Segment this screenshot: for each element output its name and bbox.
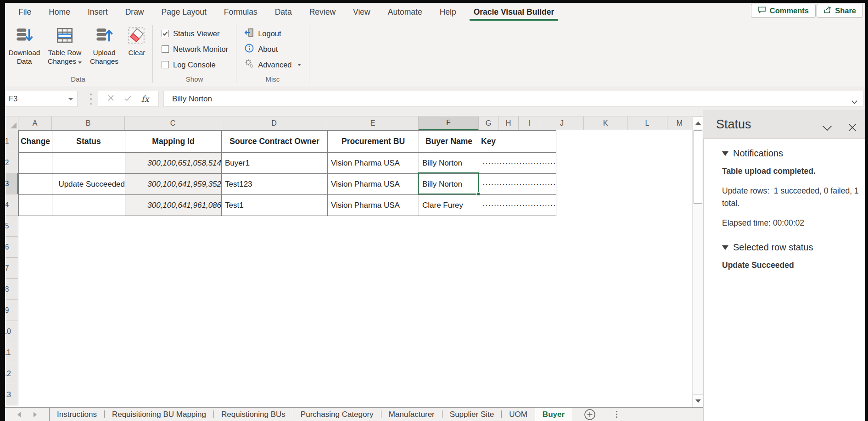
cell-change[interactable]	[19, 153, 52, 174]
next-sheet-icon[interactable]	[34, 412, 37, 417]
tab-data[interactable]: Data	[266, 3, 301, 21]
header-procurement-bu[interactable]: Procurement BU	[328, 131, 419, 153]
tab-view[interactable]: View	[344, 3, 379, 21]
sheet-tab-requisitioning-bu-mapping[interactable]: Requisitioning BU Mapping	[105, 408, 213, 421]
row-header-12[interactable]: 12	[6, 363, 18, 384]
about-button[interactable]: About	[244, 41, 301, 57]
tab-help[interactable]: Help	[431, 3, 465, 21]
status-viewer-checkbox[interactable]: Status Viewer	[162, 26, 228, 41]
sheet-tab-requistioning-bus[interactable]: Requistioning BUs	[214, 408, 293, 421]
cell-key[interactable]: ··························	[479, 195, 556, 216]
previous-sheet-icon[interactable]	[17, 412, 21, 417]
cell-mapping-id[interactable]: 300,100,641,961,086	[125, 195, 222, 216]
column-header-d[interactable]: D	[221, 116, 327, 130]
selected-row-status-section-header[interactable]: Selected row status	[722, 242, 856, 253]
header-change[interactable]: Change	[19, 131, 52, 153]
cancel-entry-icon[interactable]	[107, 94, 114, 103]
comments-button[interactable]: Comments	[751, 4, 816, 18]
select-all-corner[interactable]	[6, 116, 18, 130]
cell-status[interactable]	[52, 153, 125, 174]
row-header-5[interactable]: 5	[6, 216, 18, 237]
cell-change[interactable]	[19, 195, 52, 216]
row-header-1[interactable]: 1	[6, 130, 18, 152]
tab-insert[interactable]: Insert	[79, 3, 117, 21]
logout-button[interactable]: Logout	[244, 26, 301, 41]
cell-key[interactable]: ··························	[479, 174, 556, 195]
cell-buyer-name[interactable]: Billy Norton	[419, 153, 479, 174]
column-header-g[interactable]: G	[479, 116, 498, 130]
scrollbar-thumb[interactable]	[694, 130, 702, 204]
cell-buyer-name-selected[interactable]: Billy Norton	[419, 174, 479, 195]
network-monitor-checkbox[interactable]: Network Monitor	[162, 41, 228, 57]
sheet-tab-supplier-site[interactable]: Supplier Site	[442, 408, 501, 421]
cell-mapping-id[interactable]: 300,100,651,058,514	[125, 153, 222, 174]
name-box-dropdown-icon[interactable]	[68, 98, 73, 100]
row-header-8[interactable]: 8	[6, 279, 18, 300]
name-box[interactable]: F3	[5, 91, 78, 107]
sheet-tab-purchasing-category[interactable]: Purchasing Category	[293, 408, 381, 421]
clear-button[interactable]: Clear	[123, 21, 151, 57]
cell-source-contract-owner[interactable]: Test1	[222, 195, 328, 216]
column-header-i[interactable]: I	[519, 116, 540, 130]
new-sheet-button[interactable]	[584, 409, 596, 421]
cell-source-contract-owner[interactable]: Buyer1	[222, 153, 328, 174]
row-header-4[interactable]: 4	[6, 194, 18, 216]
cell-change[interactable]	[19, 174, 52, 195]
column-header-e[interactable]: E	[327, 116, 419, 130]
cell-key[interactable]: ··························	[479, 153, 556, 174]
download-data-button[interactable]: Download Data	[5, 21, 44, 66]
table-row-changes-button[interactable]: Table Row Changes	[44, 21, 86, 66]
row-header-11[interactable]: 11	[6, 342, 18, 363]
column-header-c[interactable]: C	[125, 116, 221, 130]
sheet-tab-uom[interactable]: UOM	[502, 408, 535, 421]
scroll-up-button[interactable]	[693, 116, 703, 129]
tab-review[interactable]: Review	[301, 3, 344, 21]
tab-oracle-visual-builder[interactable]: Oracle Visual Builder	[465, 3, 563, 21]
column-header-b[interactable]: B	[52, 116, 125, 130]
header-mapping-id[interactable]: Mapping Id	[125, 131, 222, 153]
tab-overflow-menu-icon[interactable]	[616, 411, 617, 418]
sheet-tab-buyer-active[interactable]: Buyer	[535, 408, 572, 421]
cell-procurement-bu[interactable]: Vision Pharma USA	[328, 195, 419, 216]
row-header-13[interactable]: 13	[6, 384, 18, 405]
tab-file[interactable]: File	[10, 3, 40, 21]
tab-formulas[interactable]: Formulas	[215, 3, 266, 21]
tab-home[interactable]: Home	[40, 3, 79, 21]
upload-changes-button[interactable]: Upload Changes	[86, 21, 123, 66]
cell-status[interactable]	[52, 195, 125, 216]
insert-function-icon[interactable]: fx	[141, 94, 149, 104]
header-buyer-name[interactable]: Buyer Name	[419, 131, 479, 153]
column-header-f-selected[interactable]: F	[419, 116, 479, 130]
vertical-scrollbar[interactable]	[692, 116, 703, 407]
formula-bar-expand-icon[interactable]	[851, 97, 857, 106]
column-header-h[interactable]: H	[498, 116, 519, 130]
column-header-j[interactable]: J	[540, 116, 584, 130]
cell-source-contract-owner[interactable]: Test123	[222, 174, 328, 195]
cell-procurement-bu[interactable]: Vision Pharma USA	[328, 153, 419, 174]
tab-automate[interactable]: Automate	[379, 3, 431, 21]
column-header-l[interactable]: L	[627, 116, 667, 130]
cell-procurement-bu[interactable]: Vision Pharma USA	[328, 174, 419, 195]
notifications-section-header[interactable]: Notifications	[722, 148, 856, 159]
pane-collapse-icon[interactable]	[822, 125, 832, 133]
header-key[interactable]: Key	[479, 131, 556, 153]
row-header-3-selected[interactable]: 3	[6, 173, 18, 194]
column-header-a[interactable]: A	[18, 116, 52, 130]
row-header-2[interactable]: 2	[6, 152, 18, 173]
cell-buyer-name[interactable]: Clare Furey	[419, 195, 479, 216]
row-header-9[interactable]: 9	[6, 300, 18, 321]
tab-page-layout[interactable]: Page Layout	[153, 3, 215, 21]
pane-close-icon[interactable]	[848, 123, 857, 134]
header-source-contract-owner[interactable]: Source Contract Owner	[222, 131, 328, 153]
confirm-entry-icon[interactable]	[124, 95, 132, 103]
formula-input[interactable]: Billy Norton	[163, 91, 863, 107]
tab-draw[interactable]: Draw	[117, 3, 153, 21]
row-header-10[interactable]: 10	[6, 321, 18, 342]
column-header-m[interactable]: M	[667, 116, 692, 130]
log-console-checkbox[interactable]: Log Console	[162, 57, 228, 72]
header-status[interactable]: Status	[52, 131, 125, 153]
scroll-down-button[interactable]	[693, 394, 703, 407]
cell-status[interactable]: Update Succeeded	[52, 174, 125, 195]
sheet-tab-instructions[interactable]: Instructions	[50, 408, 104, 421]
advanced-button[interactable]: Advanced	[244, 57, 301, 72]
